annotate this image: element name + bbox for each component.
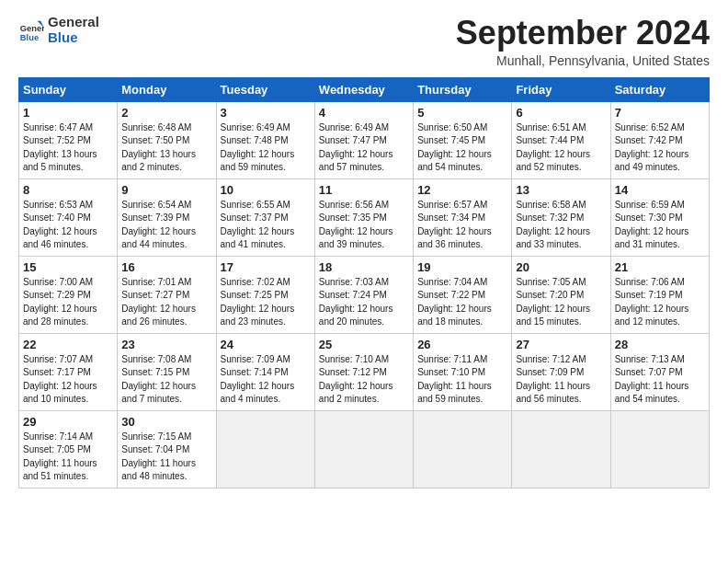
day-cell: 22 Sunrise: 7:07 AM Sunset: 7:17 PM Dayl… [19, 333, 118, 410]
month-title: September 2024 [456, 15, 710, 52]
day-cell: 14 Sunrise: 6:59 AM Sunset: 7:30 PM Dayl… [610, 178, 709, 256]
day-number: 19 [417, 260, 507, 274]
day-number: 27 [516, 338, 606, 351]
day-number: 11 [319, 183, 409, 197]
header: General Blue General Blue September 2024… [18, 15, 710, 68]
day-cell: 28 Sunrise: 7:13 AM Sunset: 7:07 PM Dayl… [610, 333, 709, 410]
day-number: 17 [221, 260, 311, 274]
day-number: 21 [615, 260, 705, 274]
day-cell [414, 410, 512, 488]
day-cell: 30 Sunrise: 7:15 AM Sunset: 7:04 PM Dayl… [118, 410, 216, 488]
logo: General Blue General Blue [18, 15, 99, 45]
svg-text:General: General [20, 23, 44, 32]
day-cell: 29 Sunrise: 7:14 AM Sunset: 7:05 PM Dayl… [19, 410, 118, 488]
day-info: Sunrise: 7:14 AM Sunset: 7:05 PM Dayligh… [23, 431, 113, 484]
calendar-header-row: SundayMondayTuesdayWednesdayThursdayFrid… [19, 77, 710, 101]
day-number: 7 [615, 106, 705, 120]
title-block: September 2024 Munhall, Pennsylvania, Un… [456, 15, 710, 68]
day-info: Sunrise: 7:10 AM Sunset: 7:12 PM Dayligh… [319, 353, 409, 407]
day-cell: 9 Sunrise: 6:54 AM Sunset: 7:39 PM Dayli… [118, 178, 216, 256]
header-friday: Friday [512, 77, 610, 101]
week-row-5: 29 Sunrise: 7:14 AM Sunset: 7:05 PM Dayl… [19, 410, 710, 488]
day-number: 14 [615, 183, 705, 197]
day-info: Sunrise: 7:09 AM Sunset: 7:14 PM Dayligh… [221, 353, 311, 407]
day-cell: 8 Sunrise: 6:53 AM Sunset: 7:40 PM Dayli… [19, 178, 118, 256]
day-number: 28 [615, 338, 705, 351]
day-cell: 25 Sunrise: 7:10 AM Sunset: 7:12 PM Dayl… [314, 333, 413, 410]
day-cell: 19 Sunrise: 7:04 AM Sunset: 7:22 PM Dayl… [414, 256, 512, 333]
day-number: 3 [221, 106, 311, 120]
day-cell: 13 Sunrise: 6:58 AM Sunset: 7:32 PM Dayl… [512, 178, 610, 256]
day-number: 20 [516, 260, 606, 274]
day-cell: 21 Sunrise: 7:06 AM Sunset: 7:19 PM Dayl… [610, 256, 709, 333]
day-number: 8 [23, 183, 113, 197]
day-cell: 6 Sunrise: 6:51 AM Sunset: 7:44 PM Dayli… [512, 101, 610, 178]
day-cell: 12 Sunrise: 6:57 AM Sunset: 7:34 PM Dayl… [414, 178, 512, 256]
day-info: Sunrise: 7:13 AM Sunset: 7:07 PM Dayligh… [615, 353, 705, 407]
day-info: Sunrise: 6:53 AM Sunset: 7:40 PM Dayligh… [23, 199, 113, 252]
header-wednesday: Wednesday [314, 77, 413, 101]
day-number: 25 [319, 338, 409, 351]
week-row-1: 1 Sunrise: 6:47 AM Sunset: 7:52 PM Dayli… [19, 101, 710, 178]
location: Munhall, Pennsylvania, United States [456, 53, 710, 68]
logo-icon: General Blue [18, 17, 44, 43]
day-cell: 3 Sunrise: 6:49 AM Sunset: 7:48 PM Dayli… [216, 101, 314, 178]
day-info: Sunrise: 6:50 AM Sunset: 7:45 PM Dayligh… [417, 121, 507, 175]
day-cell: 20 Sunrise: 7:05 AM Sunset: 7:20 PM Dayl… [512, 256, 610, 333]
day-info: Sunrise: 7:07 AM Sunset: 7:17 PM Dayligh… [23, 353, 113, 407]
calendar-table: SundayMondayTuesdayWednesdayThursdayFrid… [18, 77, 710, 488]
day-info: Sunrise: 7:06 AM Sunset: 7:19 PM Dayligh… [615, 276, 705, 329]
day-info: Sunrise: 6:49 AM Sunset: 7:47 PM Dayligh… [319, 121, 409, 175]
header-saturday: Saturday [610, 77, 709, 101]
day-number: 5 [417, 106, 507, 120]
day-info: Sunrise: 6:48 AM Sunset: 7:50 PM Dayligh… [121, 121, 211, 175]
day-cell: 10 Sunrise: 6:55 AM Sunset: 7:37 PM Dayl… [216, 178, 314, 256]
day-number: 26 [417, 338, 507, 351]
day-cell: 26 Sunrise: 7:11 AM Sunset: 7:10 PM Dayl… [414, 333, 512, 410]
day-cell: 5 Sunrise: 6:50 AM Sunset: 7:45 PM Dayli… [414, 101, 512, 178]
day-number: 10 [221, 183, 311, 197]
day-info: Sunrise: 7:15 AM Sunset: 7:04 PM Dayligh… [121, 431, 211, 484]
day-info: Sunrise: 7:03 AM Sunset: 7:24 PM Dayligh… [319, 276, 409, 329]
week-row-4: 22 Sunrise: 7:07 AM Sunset: 7:17 PM Dayl… [19, 333, 710, 410]
day-cell [512, 410, 610, 488]
day-cell: 24 Sunrise: 7:09 AM Sunset: 7:14 PM Dayl… [216, 333, 314, 410]
day-cell [314, 410, 413, 488]
day-number: 24 [221, 338, 311, 351]
day-number: 16 [121, 260, 211, 274]
day-number: 30 [121, 415, 211, 429]
day-number: 9 [121, 183, 211, 197]
day-info: Sunrise: 6:47 AM Sunset: 7:52 PM Dayligh… [23, 121, 113, 175]
day-number: 13 [516, 183, 606, 197]
header-tuesday: Tuesday [216, 77, 314, 101]
logo-text: General Blue [48, 15, 99, 45]
day-number: 18 [319, 260, 409, 274]
week-row-2: 8 Sunrise: 6:53 AM Sunset: 7:40 PM Dayli… [19, 178, 710, 256]
day-info: Sunrise: 7:05 AM Sunset: 7:20 PM Dayligh… [516, 276, 606, 329]
day-cell: 17 Sunrise: 7:02 AM Sunset: 7:25 PM Dayl… [216, 256, 314, 333]
header-sunday: Sunday [19, 77, 118, 101]
day-info: Sunrise: 7:00 AM Sunset: 7:29 PM Dayligh… [23, 276, 113, 329]
day-info: Sunrise: 6:52 AM Sunset: 7:42 PM Dayligh… [615, 121, 705, 175]
day-info: Sunrise: 6:54 AM Sunset: 7:39 PM Dayligh… [121, 199, 211, 252]
day-cell: 4 Sunrise: 6:49 AM Sunset: 7:47 PM Dayli… [314, 101, 413, 178]
day-number: 29 [23, 415, 113, 429]
day-number: 1 [23, 106, 113, 120]
day-number: 22 [23, 338, 113, 351]
header-monday: Monday [118, 77, 216, 101]
day-cell: 27 Sunrise: 7:12 AM Sunset: 7:09 PM Dayl… [512, 333, 610, 410]
page: General Blue General Blue September 2024… [0, 0, 728, 498]
day-cell: 16 Sunrise: 7:01 AM Sunset: 7:27 PM Dayl… [118, 256, 216, 333]
day-cell: 15 Sunrise: 7:00 AM Sunset: 7:29 PM Dayl… [19, 256, 118, 333]
day-cell: 2 Sunrise: 6:48 AM Sunset: 7:50 PM Dayli… [118, 101, 216, 178]
day-info: Sunrise: 7:08 AM Sunset: 7:15 PM Dayligh… [121, 353, 211, 407]
day-number: 6 [516, 106, 606, 120]
day-number: 12 [417, 183, 507, 197]
day-info: Sunrise: 7:11 AM Sunset: 7:10 PM Dayligh… [417, 353, 507, 407]
header-thursday: Thursday [414, 77, 512, 101]
day-cell [610, 410, 709, 488]
day-info: Sunrise: 6:49 AM Sunset: 7:48 PM Dayligh… [221, 121, 311, 175]
day-number: 2 [121, 106, 211, 120]
day-info: Sunrise: 6:58 AM Sunset: 7:32 PM Dayligh… [516, 199, 606, 252]
day-cell: 18 Sunrise: 7:03 AM Sunset: 7:24 PM Dayl… [314, 256, 413, 333]
